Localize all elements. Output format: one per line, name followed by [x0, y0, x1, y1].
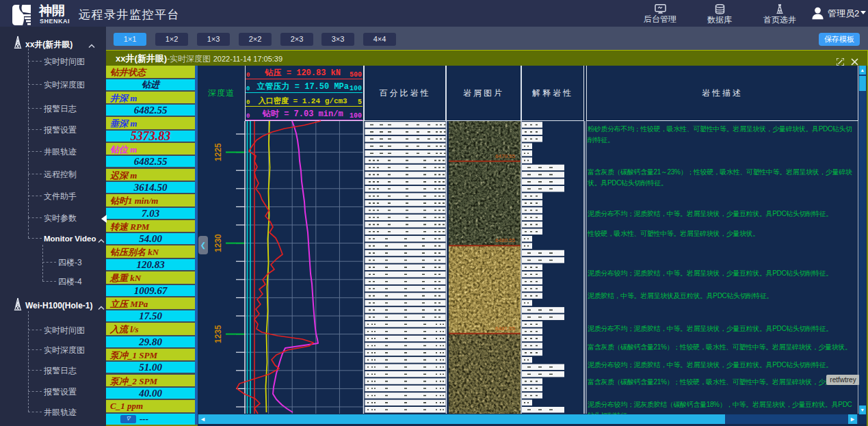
svg-text:1225: 1225 — [213, 143, 223, 161]
svg-text:6479.55: 6479.55 — [495, 153, 515, 159]
svg-text:1235: 1235 — [213, 325, 223, 343]
svg-text:6481.55: 6481.55 — [495, 325, 515, 332]
svg-text:6480.55: 6480.55 — [495, 237, 515, 243]
svg-text:1230: 1230 — [213, 234, 223, 252]
